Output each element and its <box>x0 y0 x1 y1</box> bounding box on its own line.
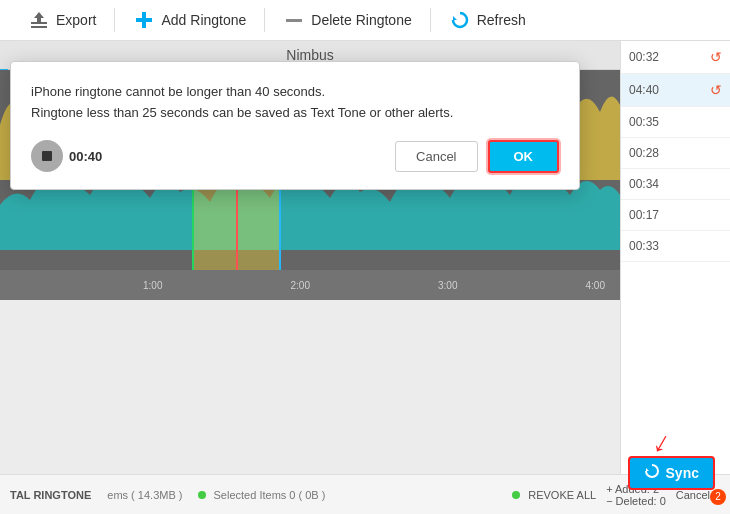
waveform-panel: Nimbus 1 <box>0 41 620 474</box>
svg-marker-6 <box>453 16 457 20</box>
delete-ringtone-icon <box>283 9 305 31</box>
add-ringtone-label: Add Ringtone <box>161 12 246 28</box>
svg-marker-2 <box>34 12 44 22</box>
dialog-message: iPhone ringtone cannot be longer than 40… <box>31 82 559 124</box>
ringtone-duration: 00:34 <box>629 177 659 191</box>
delete-ringtone-label: Delete Ringtone <box>311 12 411 28</box>
ringtone-duration: 00:32 <box>629 50 659 64</box>
svg-marker-7 <box>646 468 649 471</box>
ringtone-duration: 00:17 <box>629 208 659 222</box>
ringtone-item[interactable]: 00:33 <box>621 231 730 262</box>
ringtone-duration: 00:33 <box>629 239 659 253</box>
svg-rect-1 <box>31 26 47 28</box>
duration-display: 00:40 <box>69 149 102 164</box>
total-label: TAL RINGTONE <box>10 489 91 501</box>
svg-rect-4 <box>136 18 152 22</box>
export-label: Export <box>56 12 96 28</box>
duration-indicator: 00:40 <box>31 140 102 172</box>
revoke-all: REVOKE ALL <box>512 489 596 501</box>
ok-button[interactable]: OK <box>488 140 560 173</box>
ringtone-item[interactable]: 00:35 <box>621 107 730 138</box>
ringtone-duration: 00:28 <box>629 146 659 160</box>
dialog-box: iPhone ringtone cannot be longer than 40… <box>10 61 580 190</box>
status-bar: TAL RINGTONE ems ( 14.3MB ) Selected Ite… <box>0 474 730 514</box>
add-ringtone-icon <box>133 9 155 31</box>
dialog-overlay: iPhone ringtone cannot be longer than 40… <box>0 41 620 474</box>
export-button[interactable]: Export <box>10 9 114 31</box>
ringtone-list: 00:32↺04:40↺00:3500:2800:3400:1700:33 <box>621 41 730 262</box>
delete-ringtone-button[interactable]: Delete Ringtone <box>265 9 429 31</box>
revoke-dot <box>512 491 520 499</box>
ringtone-item[interactable]: 00:17 <box>621 200 730 231</box>
total-info: ems ( 14.3MB ) <box>107 489 182 501</box>
sync-icon <box>644 463 660 482</box>
ringtone-item[interactable]: 00:32↺ <box>621 41 730 74</box>
main-layout: Nimbus 1 <box>0 41 730 474</box>
revoke-all-label[interactable]: REVOKE ALL <box>528 489 596 501</box>
stop-button[interactable] <box>31 140 63 172</box>
status-cancel[interactable]: Cancel <box>676 489 710 501</box>
sync-label: Sync <box>666 465 699 481</box>
ringtone-item[interactable]: 04:40↺ <box>621 74 730 107</box>
export-icon <box>28 9 50 31</box>
selected-info: Selected Items 0 ( 0B ) <box>198 489 325 501</box>
refresh-button[interactable]: Refresh <box>431 9 544 31</box>
sync-badge: 2 <box>710 489 726 505</box>
right-panel: 00:32↺04:40↺00:3500:2800:3400:1700:33 <box>620 41 730 474</box>
undo-icon[interactable]: ↺ <box>710 82 722 98</box>
refresh-icon <box>449 9 471 31</box>
cancel-button[interactable]: Cancel <box>395 141 477 172</box>
ringtone-duration: 04:40 <box>629 83 659 97</box>
ringtone-duration: 00:35 <box>629 115 659 129</box>
sync-button[interactable]: Sync <box>628 456 715 490</box>
refresh-label: Refresh <box>477 12 526 28</box>
stop-icon <box>42 151 52 161</box>
dialog-footer: 00:40 Cancel OK <box>31 140 559 173</box>
svg-rect-5 <box>286 19 302 22</box>
status-right: REVOKE ALL + Added: 2 − Deleted: 0 Cance… <box>512 483 720 507</box>
add-ringtone-button[interactable]: Add Ringtone <box>115 9 264 31</box>
svg-rect-0 <box>31 22 47 24</box>
status-dot <box>198 491 206 499</box>
ringtone-item[interactable]: 00:28 <box>621 138 730 169</box>
undo-icon[interactable]: ↺ <box>710 49 722 65</box>
status-left: TAL RINGTONE ems ( 14.3MB ) Selected Ite… <box>10 489 325 501</box>
toolbar: Export Add Ringtone Delete Ringtone Refr… <box>0 0 730 41</box>
ringtone-item[interactable]: 00:34 <box>621 169 730 200</box>
